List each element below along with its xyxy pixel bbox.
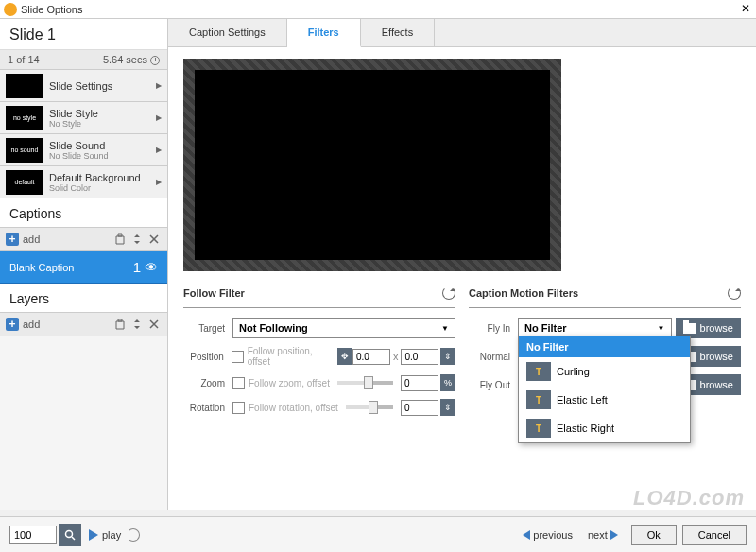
loop-icon[interactable] bbox=[127, 528, 140, 542]
chevron-right-icon: ▶ bbox=[156, 146, 162, 154]
svg-line-1 bbox=[72, 537, 75, 540]
chevron-down-icon: ▼ bbox=[658, 324, 665, 333]
play-button[interactable]: play bbox=[89, 529, 121, 541]
arrow-left-icon bbox=[523, 530, 530, 540]
thumb-icon bbox=[6, 138, 43, 163]
eye-icon: 👁 bbox=[145, 260, 158, 275]
tab-filters[interactable]: Filters bbox=[287, 19, 361, 47]
tab-effects[interactable]: Effects bbox=[361, 19, 435, 46]
previous-button[interactable]: previous bbox=[523, 529, 573, 541]
next-button[interactable]: next bbox=[588, 529, 618, 541]
ok-button[interactable]: Ok bbox=[631, 525, 677, 545]
caption-list-item[interactable]: Blank Caption 1👁 bbox=[0, 251, 167, 284]
caption-item-meta: 1👁 bbox=[133, 259, 158, 275]
add-caption-button[interactable]: + bbox=[6, 233, 19, 246]
flyin-dropdown-list[interactable]: No Filter T Curling T Elastic Left T Ela… bbox=[518, 336, 691, 443]
sidebar-item-default-background[interactable]: Default BackgroundSolid Color ▶ bbox=[0, 166, 167, 198]
thumb-icon bbox=[6, 106, 43, 130]
zoom-slider[interactable] bbox=[337, 381, 393, 385]
target-dropdown[interactable]: Not Following ▼ bbox=[232, 318, 455, 338]
chevron-right-icon: ▶ bbox=[156, 178, 162, 186]
dropdown-option[interactable]: No Filter bbox=[519, 336, 690, 357]
rotation-text: Follow rotation, offset bbox=[249, 403, 338, 413]
option-label: Elastic Left bbox=[557, 394, 608, 405]
zoom-value-input[interactable] bbox=[401, 375, 438, 391]
tools-icon[interactable] bbox=[146, 317, 162, 332]
sidebar-item-label: Slide StyleNo Style bbox=[49, 108, 156, 129]
reset-icon[interactable] bbox=[728, 286, 741, 300]
thumb-icon bbox=[6, 170, 43, 195]
layers-section-head: Layers bbox=[0, 284, 167, 313]
zoom-input[interactable] bbox=[9, 526, 57, 544]
thumb-icon bbox=[6, 74, 43, 98]
captions-section-head: Captions bbox=[0, 198, 167, 228]
folder-icon bbox=[683, 323, 696, 334]
dropdown-value: Not Following bbox=[239, 322, 308, 334]
dropdown-value: No Filter bbox=[524, 322, 567, 334]
bottom-bar: play previous next Ok Cancel bbox=[0, 516, 756, 552]
target-label: Target bbox=[183, 323, 232, 334]
reorder-icon[interactable] bbox=[129, 317, 145, 332]
zoom-label: Zoom bbox=[183, 378, 232, 388]
position-checkbox[interactable] bbox=[232, 351, 244, 363]
caption-item-label: Blank Caption bbox=[9, 262, 75, 273]
zoom-checkbox[interactable] bbox=[232, 377, 245, 389]
tools-icon[interactable] bbox=[146, 232, 162, 247]
x-separator: x bbox=[390, 351, 402, 362]
reorder-icon[interactable] bbox=[129, 232, 145, 247]
clock-icon bbox=[150, 56, 160, 65]
panel-title: Caption Motion Filters bbox=[469, 287, 578, 299]
option-label: Elastic Right bbox=[557, 423, 614, 434]
rotation-checkbox[interactable] bbox=[232, 402, 245, 414]
percent-icon: % bbox=[440, 374, 455, 391]
sidebar-item-label: Default BackgroundSolid Color bbox=[49, 172, 156, 193]
flyin-label: Fly In bbox=[469, 323, 518, 334]
zoom-search-button[interactable] bbox=[59, 524, 81, 546]
dropdown-option[interactable]: T Elastic Right bbox=[519, 414, 690, 442]
sidebar-item-slide-sound[interactable]: Slide SoundNo Slide Sound ▶ bbox=[0, 134, 167, 166]
dropdown-option[interactable]: T Elastic Left bbox=[519, 386, 690, 414]
add-label: add bbox=[23, 233, 111, 245]
layers-addbar: + add bbox=[0, 313, 167, 336]
window-titlebar: Slide Options ✕ bbox=[0, 0, 756, 19]
stepper-icon[interactable]: ⇕ bbox=[440, 399, 455, 416]
chevron-right-icon: ▶ bbox=[156, 81, 162, 90]
tab-caption-settings[interactable]: Caption Settings bbox=[168, 19, 287, 46]
rotation-slider[interactable] bbox=[346, 405, 393, 409]
trash-icon[interactable] bbox=[112, 317, 128, 332]
sidebar-item-label: Slide Settings bbox=[49, 80, 156, 92]
filter-icon: T bbox=[526, 362, 551, 381]
position-y-input[interactable] bbox=[401, 349, 438, 365]
zoom-text: Follow zoom, offset bbox=[249, 378, 330, 388]
preview-area bbox=[168, 47, 756, 281]
reset-icon[interactable] bbox=[442, 286, 455, 300]
rotation-value-input[interactable] bbox=[401, 400, 438, 416]
sidebar-item-slide-style[interactable]: Slide StyleNo Style ▶ bbox=[0, 102, 167, 134]
add-layer-button[interactable]: + bbox=[6, 318, 19, 331]
svg-point-0 bbox=[66, 530, 73, 537]
arrow-right-icon bbox=[610, 530, 618, 540]
normal-label: Normal bbox=[469, 352, 518, 362]
flyout-label: Fly Out bbox=[469, 380, 518, 390]
cancel-button[interactable]: Cancel bbox=[682, 525, 747, 545]
dropdown-option[interactable]: T Curling bbox=[519, 357, 690, 386]
play-icon bbox=[89, 529, 98, 541]
slide-counter: 1 of 14 bbox=[8, 54, 40, 65]
sidebar-item-slide-settings[interactable]: Slide Settings ▶ bbox=[0, 70, 167, 102]
xy-move-icon[interactable]: ✥ bbox=[337, 348, 352, 365]
app-icon bbox=[4, 3, 17, 16]
position-label: Position bbox=[183, 352, 232, 362]
rotation-label: Rotation bbox=[183, 403, 232, 413]
filter-icon: T bbox=[526, 390, 551, 409]
slide-duration: 5.64 secs bbox=[103, 54, 160, 65]
add-label: add bbox=[23, 319, 111, 330]
motion-filters-panel: Caption Motion Filters Fly In No Filter … bbox=[469, 281, 741, 423]
captions-addbar: + add bbox=[0, 228, 167, 251]
close-button[interactable]: ✕ bbox=[739, 3, 752, 16]
trash-icon[interactable] bbox=[112, 232, 128, 247]
stepper-icon[interactable]: ⇕ bbox=[440, 348, 455, 365]
position-x-input[interactable] bbox=[352, 349, 390, 365]
panel-title: Follow Filter bbox=[183, 287, 245, 299]
chevron-right-icon: ▶ bbox=[156, 113, 162, 122]
slide-meta: 1 of 14 5.64 secs bbox=[0, 50, 167, 70]
